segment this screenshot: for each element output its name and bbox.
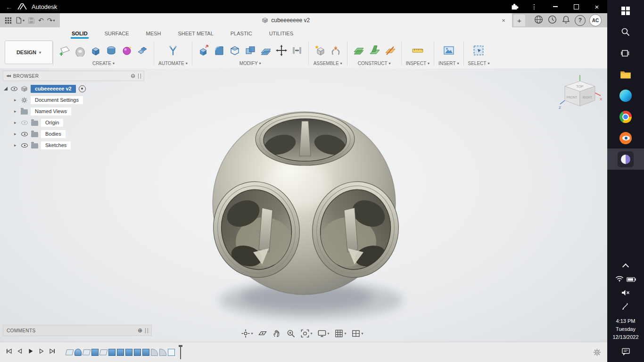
- timeline-settings-gear-icon[interactable]: [593, 348, 602, 357]
- timeline-feature-extrude-icon[interactable]: [117, 349, 124, 356]
- action-center-icon[interactable]: [607, 345, 644, 358]
- wifi-icon[interactable]: [615, 275, 624, 284]
- root-label[interactable]: cubeeeeeee v2: [31, 85, 76, 93]
- browser-header[interactable]: ◀◀ BROWSER ⊖: [3, 71, 144, 81]
- workspace-switcher[interactable]: DESIGN ▾: [5, 41, 53, 64]
- browser-row-document-settings[interactable]: ▸ Document Settings: [3, 95, 144, 105]
- timeline-feature-extrude-icon[interactable]: [134, 349, 141, 356]
- close-button[interactable]: ×: [586, 0, 607, 13]
- automate-group-label[interactable]: AUTOMATE▾: [158, 61, 188, 66]
- construct-group-label[interactable]: CONSTRUCT▾: [358, 61, 391, 66]
- item-label[interactable]: Sketches: [41, 141, 71, 149]
- minimize-browser-icon[interactable]: ⊖: [131, 73, 135, 79]
- modify-group-label[interactable]: MODIFY▾: [239, 61, 261, 66]
- select-icon[interactable]: [471, 43, 486, 58]
- pan-icon[interactable]: [272, 329, 281, 338]
- root-expander-icon[interactable]: [4, 87, 8, 90]
- timeline-feature-shell-icon[interactable]: [168, 349, 175, 356]
- press-pull-icon[interactable]: [197, 43, 211, 58]
- combine-icon[interactable]: [243, 43, 257, 58]
- primitive-icon[interactable]: [120, 43, 134, 58]
- play-icon[interactable]: [27, 348, 34, 356]
- sweep-icon[interactable]: [135, 43, 149, 58]
- browser-row-sketches[interactable]: ▸ Sketches: [3, 140, 144, 150]
- item-label[interactable]: Bodies: [41, 130, 66, 138]
- align-icon[interactable]: [290, 43, 304, 58]
- joint-icon[interactable]: [329, 43, 343, 58]
- extrude-icon[interactable]: [89, 43, 103, 58]
- shell-icon[interactable]: [228, 43, 242, 58]
- new-tab-button[interactable]: +: [513, 15, 525, 26]
- battery-icon[interactable]: [627, 275, 636, 284]
- viewports-icon[interactable]: ▾: [352, 329, 363, 338]
- collapse-browser-icon[interactable]: ◀◀: [6, 74, 10, 78]
- timeline-feature-sketch-icon[interactable]: [82, 349, 91, 355]
- insert-icon[interactable]: [442, 43, 456, 58]
- assemble-group-label[interactable]: ASSEMBLE▾: [314, 61, 342, 66]
- visibility-eye-off-icon[interactable]: [21, 120, 28, 126]
- job-status-icon[interactable]: [534, 15, 544, 26]
- timeline-feature-extrude-icon[interactable]: [142, 349, 149, 356]
- timeline-feature-extrude-icon[interactable]: [108, 349, 116, 356]
- go-to-start-icon[interactable]: [6, 348, 12, 356]
- recent-files-icon[interactable]: [547, 15, 557, 26]
- offset-face-icon[interactable]: [259, 43, 273, 58]
- timeline-feature-sketch-icon[interactable]: [99, 349, 107, 355]
- close-tab-icon[interactable]: ×: [499, 16, 508, 25]
- viewport-canvas[interactable]: ◀◀ BROWSER ⊖ cubeeeeeee v2 ▸: [0, 68, 607, 342]
- construct-axis-icon[interactable]: [383, 43, 397, 58]
- browser-root-row[interactable]: cubeeeeeee v2: [3, 83, 144, 94]
- create-form-icon[interactable]: [73, 43, 87, 58]
- redo-icon[interactable]: ↷ ▾: [47, 16, 55, 24]
- view-cube[interactable]: X Z TOP FRONT RIGHT: [557, 74, 603, 117]
- add-comment-icon[interactable]: ⊕: [138, 327, 142, 334]
- item-label[interactable]: Document Settings: [31, 96, 83, 104]
- start-button[interactable]: [607, 0, 644, 21]
- tab-plastic[interactable]: PLASTIC: [230, 31, 253, 39]
- edge-icon[interactable]: [607, 85, 644, 106]
- tab-solid[interactable]: SOLID: [71, 31, 89, 39]
- automate-icon[interactable]: [166, 43, 180, 58]
- insert-group-label[interactable]: INSERT▾: [438, 61, 459, 66]
- activate-component-icon[interactable]: [79, 85, 86, 92]
- display-settings-icon[interactable]: ▾: [317, 329, 329, 338]
- timeline-feature-extrude-icon[interactable]: [91, 349, 99, 356]
- create-sketch-icon[interactable]: [58, 43, 72, 58]
- app-grid-icon[interactable]: [5, 17, 12, 24]
- pen-input-icon[interactable]: [607, 299, 644, 313]
- timeline-feature-extrude-icon[interactable]: [125, 349, 132, 356]
- measure-icon[interactable]: [411, 43, 425, 58]
- timeline-scrubber[interactable]: [178, 345, 183, 359]
- save-icon[interactable]: [28, 17, 35, 24]
- fillet-icon[interactable]: [212, 43, 226, 58]
- visibility-eye-icon[interactable]: [21, 142, 28, 148]
- search-icon[interactable]: [607, 21, 644, 42]
- browser-row-bodies[interactable]: ▸ Bodies: [3, 129, 144, 139]
- orbit-icon[interactable]: ▾: [241, 329, 253, 338]
- visibility-eye-icon[interactable]: [21, 131, 28, 137]
- offset-plane-icon[interactable]: [352, 43, 366, 58]
- comments-grip-icon[interactable]: [145, 328, 148, 333]
- tab-utilities[interactable]: UTILITIES: [268, 31, 294, 39]
- step-forward-icon[interactable]: [38, 348, 45, 356]
- timeline-feature-fillet-icon[interactable]: [159, 349, 166, 356]
- avatar[interactable]: AC: [589, 14, 602, 26]
- chrome-icon[interactable]: [607, 106, 644, 127]
- notifications-bell-icon[interactable]: [561, 15, 571, 26]
- file-menu-icon[interactable]: ▾: [15, 16, 25, 24]
- task-view-icon[interactable]: [607, 42, 644, 64]
- item-label[interactable]: Named Views: [31, 107, 71, 115]
- minimize-button[interactable]: [545, 0, 566, 13]
- taskbar-clock[interactable]: 4:13 PM Tuesday 12/13/2022: [612, 317, 638, 341]
- plane-at-angle-icon[interactable]: [367, 43, 381, 58]
- blender-icon[interactable]: [607, 127, 644, 148]
- tab-surface[interactable]: SURFACE: [104, 31, 130, 39]
- step-back-icon[interactable]: [17, 348, 23, 356]
- show-hidden-icons-chevron[interactable]: [607, 260, 644, 273]
- create-group-label[interactable]: CREATE▾: [92, 61, 115, 66]
- new-component-icon[interactable]: [313, 43, 327, 58]
- document-tab[interactable]: cubeeeeeee v2 ×: [60, 13, 512, 27]
- browser-row-origin[interactable]: ▸ Origin: [3, 117, 144, 128]
- volume-muted-icon[interactable]: [607, 286, 644, 299]
- tab-mesh[interactable]: MESH: [145, 31, 162, 39]
